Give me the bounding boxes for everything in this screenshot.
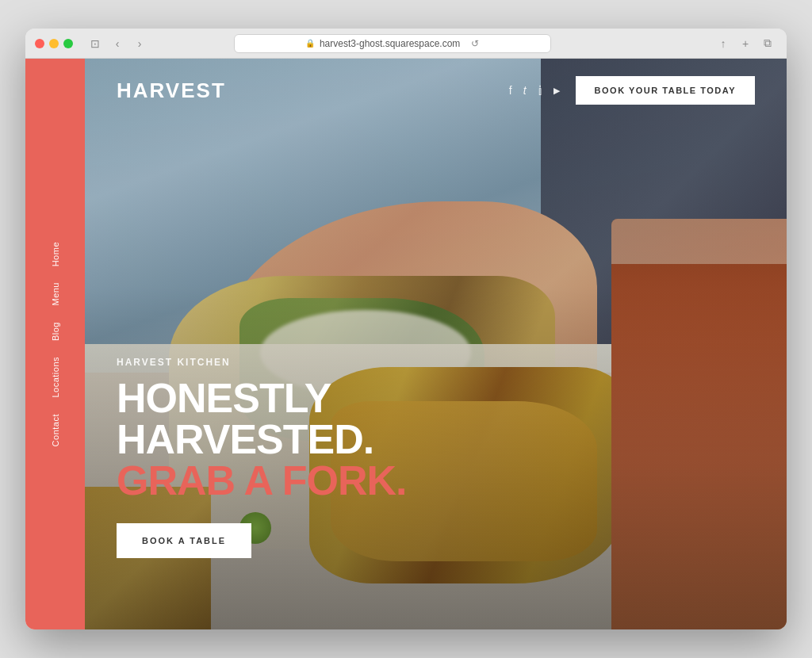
hero-title-line3: GRAB A FORK. <box>117 460 406 501</box>
traffic-lights <box>35 39 73 48</box>
browser-nav-controls: ⊡ ‹ › <box>86 36 149 52</box>
sidebar: Home Menu Blog Locations Contact <box>25 59 85 629</box>
twitter-icon[interactable]: t <box>523 84 527 97</box>
sidebar-item-menu[interactable]: Menu <box>51 282 60 306</box>
tabs-button[interactable]: ⧉ <box>758 36 777 52</box>
facebook-icon[interactable]: f <box>509 84 512 97</box>
logo: HARVEST <box>117 78 226 103</box>
share-button[interactable]: ↑ <box>714 36 733 52</box>
instagram-icon[interactable]: 𝕚 <box>538 83 542 98</box>
header-right: f t 𝕚 ▶ BOOK YOUR TABLE TODAY <box>509 76 755 105</box>
browser-titlebar: ⊡ ‹ › 🔒 harvest3-ghost.squarespace.com ↺… <box>25 29 787 59</box>
close-button[interactable] <box>35 39 44 48</box>
sidebar-item-contact[interactable]: Contact <box>51 414 60 446</box>
reload-icon[interactable]: ↺ <box>471 38 479 49</box>
forward-button[interactable]: › <box>130 36 149 52</box>
header: HARVEST f t 𝕚 ▶ BOOK YOUR TABLE TODAY <box>85 59 787 122</box>
hero-subtitle: HARVEST KITCHEN <box>117 357 406 368</box>
youtube-icon[interactable]: ▶ <box>553 86 560 96</box>
hero-title-line1: HONESTLY <box>117 377 406 419</box>
main-content: HARVEST f t 𝕚 ▶ BOOK YOUR TABLE TODAY HA… <box>85 59 787 629</box>
address-bar[interactable]: 🔒 harvest3-ghost.squarespace.com ↺ <box>234 34 551 53</box>
website: Home Menu Blog Locations Contact <box>25 59 787 629</box>
back-button[interactable]: ‹ <box>108 36 127 52</box>
social-icons: f t 𝕚 ▶ <box>509 83 560 98</box>
new-tab-button[interactable]: + <box>736 36 755 52</box>
book-table-header-button[interactable]: BOOK YOUR TABLE TODAY <box>576 76 755 105</box>
hero-title: HONESTLY HARVESTED. GRAB A FORK. <box>117 377 406 501</box>
hero-text-block: HARVEST KITCHEN HONESTLY HARVESTED. GRAB… <box>117 357 406 558</box>
sidebar-item-locations[interactable]: Locations <box>51 357 60 398</box>
sidebar-item-blog[interactable]: Blog <box>51 322 60 341</box>
browser-actions: ↑ + ⧉ <box>714 36 777 52</box>
url-text: harvest3-ghost.squarespace.com <box>320 38 460 49</box>
sidebar-toggle[interactable]: ⊡ <box>86 36 105 52</box>
sidebar-item-home[interactable]: Home <box>51 242 60 266</box>
book-table-hero-button[interactable]: BOOK A TABLE <box>117 523 251 558</box>
minimize-button[interactable] <box>49 39 59 48</box>
sidebar-nav: Home Menu Blog Locations Contact <box>51 242 60 446</box>
maximize-button[interactable] <box>63 39 73 48</box>
lock-icon: 🔒 <box>305 39 315 48</box>
browser-window: ⊡ ‹ › 🔒 harvest3-ghost.squarespace.com ↺… <box>25 29 787 629</box>
hero-title-line2: HARVESTED. <box>117 419 406 460</box>
